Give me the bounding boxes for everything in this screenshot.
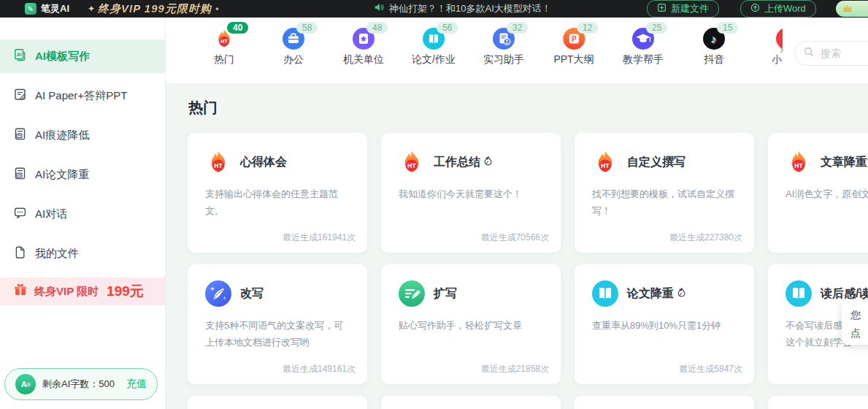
svg-text:AI: AI (18, 134, 21, 137)
tab-government[interactable]: 48 机关单位 (343, 28, 384, 66)
card-usage-count: 最近生成227380次 (669, 232, 742, 244)
expand-write-icon (399, 280, 425, 307)
app-logo-icon: ✎ (25, 3, 37, 15)
card-title: 心得体会 (240, 155, 287, 170)
card-lunwenjiangzhong[interactable]: 论文降重 查重率从89%到10%只需1分钟 最近生成5847次 (575, 264, 754, 384)
tab-thesis-homework[interactable]: 56 论文/作业 (412, 28, 456, 66)
svg-text:HT: HT (407, 162, 416, 169)
file-icon (13, 245, 27, 261)
tab-count-badge: 40 (227, 22, 248, 34)
sidebar-nav: AI AI模板写作 AI Paper+答辩PPT AI AI痕迹降低 AI AI… (0, 18, 165, 273)
credits-label: 剩余AI字数：500 (42, 378, 115, 391)
announcement-text: 神仙打架？！和10多款AI大模型对话！ (389, 2, 551, 15)
tab-label: 实习助手 (483, 53, 524, 66)
svg-text:P: P (572, 35, 577, 43)
tab-office[interactable]: 58 办公 (283, 28, 304, 66)
card-zidingyi[interactable]: HT 自定义撰写 找不到想要的模板，试试自定义撰写！ 最近生成227380次 (575, 133, 754, 253)
hot-flame-icon: HT (399, 149, 425, 175)
card-partial[interactable] (188, 396, 367, 409)
tab-count-badge: 25 (646, 22, 667, 34)
svg-text:AI: AI (18, 173, 21, 177)
sparkle-icon: ✦ (88, 4, 95, 14)
sidebar-item-ai-paper-ppt[interactable]: AI Paper+答辩PPT (0, 76, 165, 115)
sidebar-item-ai-trace-reduce[interactable]: AI AI痕迹降低 (0, 115, 165, 155)
gift-icon (13, 283, 28, 300)
card-usage-count: 最近生成21858次 (481, 363, 549, 375)
chat-bubble-icon (13, 206, 27, 222)
card-usage-count: 最近生成70566次 (481, 232, 549, 244)
hot-flame-icon: HT (205, 149, 231, 175)
tooltip-line: 点 (850, 324, 868, 343)
card-wenzhangjiangzhong[interactable]: HT 文章降重洗稿 AI润色文字，原创文章 (768, 133, 868, 253)
upload-word-button[interactable]: 上传Word (740, 0, 816, 18)
card-partial[interactable] (768, 396, 868, 409)
card-title: 自定义撰写 (627, 155, 685, 170)
svg-text:AI: AI (17, 52, 22, 57)
vip-banner-price: 199元 (107, 282, 144, 301)
tab-internship-helper[interactable]: 32 实习助手 (483, 28, 524, 66)
card-title: 扩写 (434, 286, 457, 302)
card-title: 工作总结 (434, 155, 480, 170)
app-logo-text: 笔灵AI (41, 2, 69, 15)
sparkle-icon: ✦ (215, 6, 220, 12)
sidebar-item-my-files[interactable]: 我的文件 (0, 234, 165, 273)
card-partial[interactable] (575, 396, 754, 409)
tab-label: 论文/作业 (412, 53, 456, 66)
doc-pen-icon (13, 88, 27, 104)
sidebar-item-label: AI论文降重 (35, 168, 89, 182)
sidebar-item-ai-template-writing[interactable]: AI AI模板写作 (0, 39, 165, 73)
hot-flame-icon: HT (592, 149, 618, 175)
tab-count-badge: 32 (507, 22, 528, 34)
vip-crown-button[interactable] (836, 1, 868, 17)
tab-count-badge: 15 (717, 22, 738, 34)
ai-doc-badge-icon: AI (13, 127, 27, 143)
announcement[interactable]: 神仙打架？！和10多款AI大模型对话！ (374, 0, 551, 18)
card-title: 改写 (240, 286, 264, 302)
tab-label: 抖音 (703, 53, 725, 66)
credits-icon: A≡ (15, 374, 36, 394)
tab-label: 机关单位 (343, 53, 384, 66)
tab-count-badge: 56 (437, 22, 458, 34)
book-icon (592, 280, 618, 307)
ai-credits-bar[interactable]: A≡ 剩余AI字数：500 充值 (4, 368, 158, 400)
card-usage-count: 最近生成5847次 (679, 363, 742, 375)
tab-count-badge: 58 (296, 22, 318, 34)
tab-douyin[interactable]: 15 ♪ 抖音 (703, 28, 725, 66)
card-xindetihui[interactable]: HT 心得体会 支持输出心得体会的任意主题范文。 最近生成161941次 (188, 133, 367, 253)
tab-hot[interactable]: 40 HT 热门 (213, 28, 235, 66)
card-description: 支持5种不同语气的文案改写，可上传本地文档进行改写哟 (205, 318, 350, 351)
card-partial[interactable] (381, 396, 561, 409)
card-kuoxie[interactable]: 扩写 贴心写作助手，轻松扩写文章 最近生成21858次 (381, 264, 561, 384)
card-description: AI润色文字，原创文章 (786, 186, 868, 203)
megaphone-icon (374, 2, 384, 15)
tab-count-badge: 48 (366, 22, 388, 34)
lifetime-vip-banner[interactable]: 终身VIP 限时 199元 (0, 278, 165, 305)
upload-icon (750, 3, 760, 15)
card-gaixie[interactable]: 改写 支持5种不同语气的文案改写，可上传本地文档进行改写哟 最近生成149161… (188, 264, 367, 384)
tab-count-badge: 12 (577, 22, 598, 34)
svg-text:HT: HT (794, 162, 803, 169)
search-input[interactable] (819, 47, 868, 60)
ai-doc-icon: AI (13, 48, 27, 64)
book-icon (786, 280, 812, 307)
card-title: 论文降重 (627, 286, 674, 302)
vip-promo-banner[interactable]: ✦ 终身VIP 199元限时购 ✦ (88, 0, 220, 18)
recharge-link[interactable]: 充值 (126, 378, 147, 391)
new-file-button[interactable]: 新建文件 (647, 0, 719, 18)
tab-ppt-outline[interactable]: 12 P PPT大纲 (553, 28, 594, 66)
search-icon (804, 47, 814, 60)
tab-teaching-helper[interactable]: 25 教学帮手 (623, 28, 664, 66)
popup-tooltip: 您 点 (842, 299, 868, 345)
vip-banner-label: 终身VIP 限时 (34, 285, 99, 299)
sidebar-item-label: 我的文件 (35, 247, 79, 261)
tabs-scroll-right-chevron[interactable]: › (780, 42, 784, 57)
sidebar-item-ai-paper-dedup[interactable]: AI AI论文降重 (0, 155, 165, 194)
search-box[interactable] (794, 41, 868, 66)
card-gongzuozongjie[interactable]: HT 工作总结 我知道你们今天就需要这个！ 最近生成70566次 (381, 133, 561, 253)
sidebar-item-ai-chat[interactable]: AI对话 (0, 194, 165, 234)
card-description: 贴心写作助手，轻松扩写文章 (399, 318, 543, 335)
section-title: 热门 (188, 98, 218, 118)
sidebar-item-label: AI对话 (35, 207, 67, 221)
card-description: 我知道你们今天就需要这个！ (399, 186, 543, 203)
crown-icon (842, 2, 853, 15)
